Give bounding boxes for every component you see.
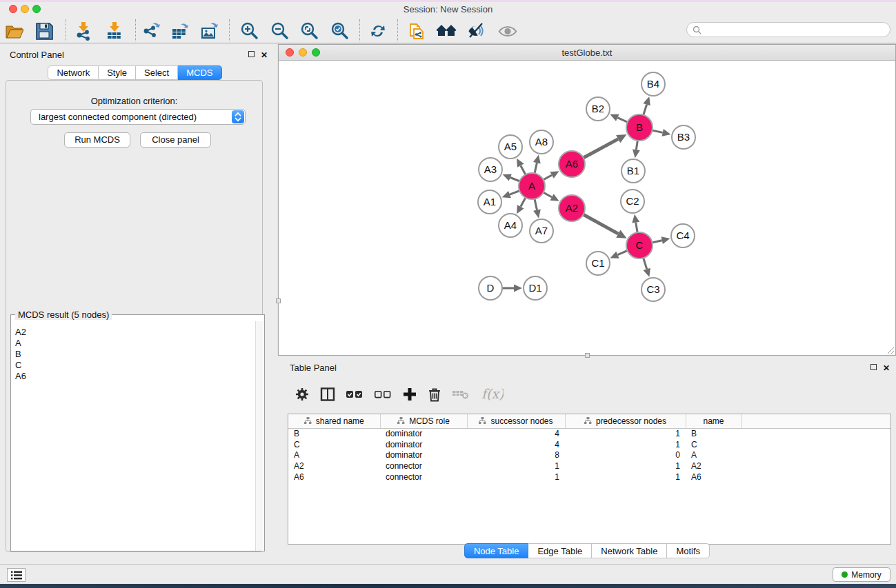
open-session-icon[interactable] (3, 21, 26, 41)
node-label: C (636, 239, 644, 251)
cell: dominator (380, 428, 467, 439)
export-table-icon[interactable] (168, 21, 192, 41)
tab-motifs[interactable]: Motifs (667, 543, 710, 558)
node-A4[interactable]: A4 (499, 214, 522, 237)
tab-network[interactable]: Network (48, 65, 99, 80)
mcds-result-item[interactable]: B (15, 349, 26, 360)
node-D[interactable]: D (479, 276, 502, 300)
cell (741, 439, 890, 450)
mcds-result-item[interactable]: C (15, 360, 26, 371)
node-A2[interactable]: A2 (559, 195, 585, 221)
run-mcds-button[interactable]: Run MCDS (64, 132, 130, 148)
tab-node-table[interactable]: Node Table (464, 543, 529, 558)
table-row[interactable]: Adominator80A (288, 449, 890, 460)
column-header-predecessor-nodes[interactable]: predecessor nodes (565, 414, 686, 428)
table-row[interactable]: Bdominator41B (288, 428, 890, 439)
gear-icon[interactable] (295, 387, 310, 402)
node-C3[interactable]: C3 (641, 278, 665, 301)
cell: 1 (467, 472, 565, 483)
refresh-icon[interactable] (366, 21, 390, 41)
tab-style[interactable]: Style (99, 65, 136, 80)
node-B1[interactable]: B1 (621, 159, 645, 183)
tab-select[interactable]: Select (136, 65, 178, 80)
table-row[interactable]: A6connector11A6 (288, 472, 890, 483)
search-input[interactable] (701, 23, 890, 36)
cell: dominator (380, 449, 467, 460)
cell: 1 (467, 460, 565, 472)
node-D1[interactable]: D1 (524, 276, 547, 300)
tab-network-table[interactable]: Network Table (592, 543, 667, 558)
node-C4[interactable]: C4 (671, 224, 695, 247)
hide-panels-icon[interactable] (465, 21, 488, 41)
search-box[interactable] (686, 22, 890, 37)
window-titlebar: Session: New Session (0, 2, 896, 17)
table-float-panel-icon[interactable] (870, 364, 877, 370)
node-A3[interactable]: A3 (479, 158, 502, 181)
function-builder-icon: f(x) (480, 386, 504, 403)
delete-icon[interactable] (428, 387, 441, 402)
node-label: A4 (504, 219, 517, 231)
table-close-panel-icon[interactable]: ✕ (883, 365, 890, 372)
import-table-icon[interactable] (103, 21, 126, 41)
node-C1[interactable]: C1 (586, 252, 610, 275)
resize-handle-left[interactable] (276, 298, 281, 303)
task-history-button[interactable] (7, 568, 26, 582)
node-B[interactable]: B (626, 114, 653, 141)
node-A8[interactable]: A8 (530, 130, 553, 154)
node-A7[interactable]: A7 (530, 219, 553, 243)
tab-mcds[interactable]: MCDS (178, 65, 221, 80)
column-header-successor-nodes[interactable]: successor nodes (467, 414, 565, 428)
mcds-result-list: A2ABCA6 (15, 327, 26, 382)
home-icon[interactable] (435, 21, 458, 41)
memory-button[interactable]: Memory (833, 567, 890, 582)
mcds-result-item[interactable]: A (15, 338, 26, 349)
deselect-all-icon[interactable] (374, 389, 392, 400)
split-columns-icon[interactable] (320, 387, 335, 402)
node-C2[interactable]: C2 (621, 190, 644, 213)
column-header-name[interactable]: name (686, 414, 741, 428)
zoom-out-icon[interactable] (268, 21, 291, 41)
optimization-dropdown[interactable]: largest connected component (directed) (30, 109, 246, 125)
add-column-icon[interactable] (402, 387, 417, 402)
network-window-titlebar[interactable]: testGlobe.txt (279, 45, 895, 61)
export-image-icon[interactable] (198, 21, 221, 41)
column-header-empty (741, 414, 890, 428)
import-network-icon[interactable] (72, 21, 95, 41)
cell: 0 (565, 449, 686, 460)
export-network-icon[interactable] (139, 21, 163, 41)
select-all-icon[interactable] (346, 389, 364, 400)
mcds-result-item[interactable]: A2 (15, 327, 26, 338)
column-header-MCDS-role[interactable]: MCDS role (380, 414, 467, 428)
column-header-shared-name[interactable]: shared name (288, 414, 380, 428)
dropdown-stepper-icon (232, 110, 244, 123)
resize-handle-bottom[interactable] (585, 353, 590, 358)
network-graph[interactable]: B4B2BB3A8A5A6A3B1AA1C2A2A4A7C4CC1C3DD1 (279, 61, 895, 355)
float-panel-icon[interactable] (248, 51, 255, 57)
node-A[interactable]: A (519, 173, 545, 199)
table-row[interactable]: A2connector11A2 (288, 460, 890, 472)
mcds-result-item[interactable]: A6 (15, 371, 26, 382)
memory-label: Memory (851, 570, 881, 580)
node-A5[interactable]: A5 (499, 135, 522, 159)
mcds-scrollbar[interactable] (255, 321, 263, 551)
node-B4[interactable]: B4 (641, 72, 665, 96)
save-session-icon[interactable] (32, 21, 56, 41)
zoom-selected-icon[interactable] (328, 21, 351, 41)
resize-grip-icon[interactable] (886, 346, 895, 354)
node-C[interactable]: C (626, 232, 653, 258)
node-label: A2 (566, 202, 578, 214)
show-eye-icon[interactable] (496, 21, 519, 41)
node-A1[interactable]: A1 (478, 190, 501, 214)
zoom-fit-icon[interactable] (297, 21, 321, 41)
arrowhead-icon (533, 155, 541, 164)
tab-edge-table[interactable]: Edge Table (528, 543, 592, 558)
clone-network-icon[interactable] (405, 21, 428, 41)
node-B2[interactable]: B2 (586, 97, 610, 121)
close-panel-icon[interactable]: ✕ (261, 52, 268, 59)
node-B3[interactable]: B3 (672, 125, 695, 149)
zoom-in-icon[interactable] (237, 21, 261, 41)
node-A6[interactable]: A6 (559, 151, 585, 177)
close-panel-button[interactable]: Close panel (140, 132, 211, 148)
node-label: D (487, 282, 495, 294)
table-row[interactable]: Cdominator41C (288, 439, 890, 450)
